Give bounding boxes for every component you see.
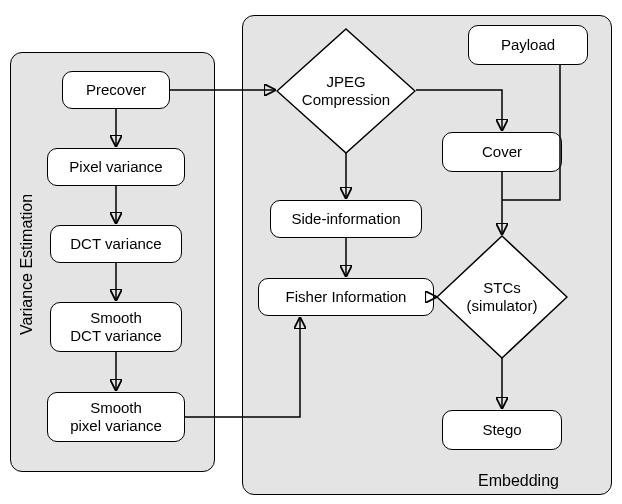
- stcs-text: STCs (simulator): [467, 279, 538, 315]
- precover-node: Precover: [62, 71, 170, 109]
- fisher-information-node: Fisher Information: [258, 278, 434, 316]
- precover-text: Precover: [86, 81, 146, 99]
- stego-text: Stego: [482, 421, 521, 439]
- embedding-label: Embedding: [478, 472, 559, 490]
- smooth-dct-variance-text: Smooth DCT variance: [70, 309, 161, 345]
- dct-variance-text: DCT variance: [70, 235, 161, 253]
- stcs-node: STCs (simulator): [436, 235, 568, 359]
- payload-text: Payload: [501, 36, 555, 54]
- stego-node: Stego: [442, 410, 562, 450]
- smooth-pixel-variance-text: Smooth pixel variance: [70, 399, 162, 435]
- side-information-node: Side-information: [270, 200, 422, 238]
- smooth-pixel-variance-node: Smooth pixel variance: [47, 392, 185, 442]
- pixel-variance-text: Pixel variance: [69, 158, 162, 176]
- jpeg-compression-node: JPEG Compression: [276, 28, 416, 154]
- fisher-information-text: Fisher Information: [286, 288, 407, 306]
- dct-variance-node: DCT variance: [50, 225, 182, 263]
- side-information-text: Side-information: [291, 210, 400, 228]
- diagram-canvas: Embedding Variance Estimation Precover P…: [0, 0, 622, 504]
- jpeg-compression-text: JPEG Compression: [302, 73, 390, 109]
- smooth-dct-variance-node: Smooth DCT variance: [50, 302, 182, 352]
- variance-estimation-label: Variance Estimation: [18, 194, 36, 335]
- cover-text: Cover: [482, 143, 522, 161]
- pixel-variance-node: Pixel variance: [47, 148, 185, 186]
- payload-node: Payload: [468, 25, 588, 65]
- cover-node: Cover: [442, 132, 562, 172]
